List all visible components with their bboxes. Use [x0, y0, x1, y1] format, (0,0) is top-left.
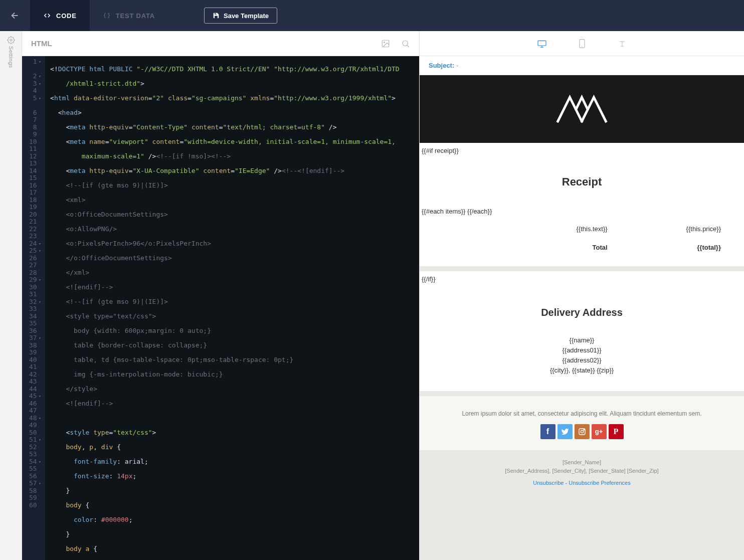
tab-code[interactable]: CODE	[30, 0, 90, 31]
pinterest-icon[interactable]: P	[609, 424, 624, 439]
social-row: f g+ P	[430, 424, 734, 439]
search-icon[interactable]	[401, 39, 410, 48]
device-text[interactable]	[617, 39, 627, 49]
receipt-heading: Receipt	[420, 158, 744, 194]
save-label: Save Template	[224, 12, 269, 20]
sidebar: Settings	[0, 31, 22, 560]
section-gap	[420, 266, 744, 271]
save-icon	[213, 12, 220, 19]
addr-line2: {{address02}}	[420, 355, 744, 365]
addr-line1: {{address01}}	[420, 345, 744, 355]
hb-endif: {{/if}}	[420, 271, 744, 287]
receipt-table: {{this.text}} {{this.price}} Total {{tot…	[420, 219, 744, 266]
instagram-icon[interactable]	[575, 424, 590, 439]
editor-tools	[381, 39, 410, 48]
sender-address: [Sender_Address], [Sender_City], [Sender…	[425, 467, 739, 476]
footer: Lorem ipsum dolor sit amet, consectetur …	[420, 396, 744, 450]
email-preview: {{#if receipt}} Receipt {{#each items}} …	[420, 75, 744, 450]
footer-text: Lorem ipsum dolor sit amet, consectetur …	[430, 410, 734, 417]
editor-pane: HTML 1▾ 2▾3▾4 5▾ 6 7 8 9 10 11 12 13 14 …	[22, 31, 419, 560]
sender-name: [Sender_Name]	[425, 458, 739, 467]
delivery-heading: Delivery Address	[420, 287, 744, 335]
arrow-left-icon	[10, 10, 21, 21]
svg-point-8	[584, 429, 584, 430]
preview-pane: Subject: - {{#if receipt}} Receipt {{#ea…	[419, 31, 744, 560]
svg-rect-4	[538, 41, 546, 46]
table-row-total: Total {{total}}	[421, 239, 743, 265]
googleplus-icon[interactable]: g+	[592, 424, 607, 439]
tab-code-label: CODE	[56, 12, 77, 20]
section-gap	[420, 391, 744, 396]
twitter-icon[interactable]	[557, 424, 573, 439]
delivery-address: {{name}} {{address01}} {{address02}} {{c…	[420, 335, 744, 391]
facebook-icon[interactable]: f	[540, 424, 555, 439]
hb-each: {{#each items}} {{/each}}	[420, 194, 744, 219]
item-text: {{this.text}}	[421, 220, 630, 238]
save-button[interactable]: Save Template	[204, 8, 277, 24]
unsubscribe-prefs-link[interactable]: Unsubscribe Preferences	[569, 480, 631, 486]
unsub-sep: -	[564, 480, 569, 486]
preview-device-toolbar	[420, 31, 744, 56]
hb-if: {{#if receipt}}	[420, 143, 744, 158]
subject-bar: Subject: -	[420, 56, 744, 75]
total-value: {{total}}	[631, 239, 743, 265]
hero-logo	[420, 75, 744, 143]
preview-body[interactable]: {{#if receipt}} Receipt {{#each items}} …	[420, 75, 744, 560]
item-price: {{this.price}}	[631, 220, 743, 238]
image-icon[interactable]	[381, 39, 390, 48]
gear-icon[interactable]	[7, 36, 15, 44]
code-icon	[43, 12, 51, 19]
sender-info: [Sender_Name] [Sender_Address], [Sender_…	[420, 450, 744, 478]
unsubscribe-row: Unsubscribe - Unsubscribe Preferences	[420, 478, 744, 492]
tab-test-data[interactable]: TEST DATA	[90, 0, 168, 31]
table-row: {{this.text}} {{this.price}}	[421, 220, 743, 238]
svg-point-3	[403, 41, 408, 46]
line-gutter: 1▾ 2▾3▾4 5▾ 6 7 8 9 10 11 12 13 14 15 16…	[22, 56, 45, 560]
svg-point-0	[10, 39, 12, 41]
code-content[interactable]: <!DOCTYPE html PUBLIC "-//W3C//DTD XHTML…	[45, 56, 419, 560]
workspace: Settings HTML 1▾ 2▾3▾4 5▾ 6 7 8 9 10 11 …	[0, 31, 744, 560]
editor-label: HTML	[31, 39, 52, 48]
code-editor[interactable]: 1▾ 2▾3▾4 5▾ 6 7 8 9 10 11 12 13 14 15 16…	[22, 56, 419, 560]
svg-point-2	[384, 42, 385, 43]
topbar: CODE TEST DATA Save Template	[0, 0, 744, 31]
editor-header: HTML	[22, 31, 419, 56]
total-label: Total	[421, 239, 630, 265]
back-button[interactable]	[0, 0, 30, 31]
sidebar-settings-label[interactable]: Settings	[8, 46, 14, 68]
subject-value: -	[456, 62, 458, 69]
addr-city: {{city}}, {{state}} {{zip}}	[420, 365, 744, 376]
braces-icon	[103, 12, 111, 19]
unsubscribe-link[interactable]: Unsubscribe	[533, 480, 564, 486]
addr-name: {{name}}	[420, 335, 744, 345]
device-desktop[interactable]	[537, 39, 547, 49]
subject-label: Subject:	[429, 62, 454, 69]
tab-testdata-label: TEST DATA	[116, 12, 155, 20]
logo-icon	[553, 92, 611, 127]
device-mobile[interactable]	[577, 39, 587, 49]
svg-point-7	[581, 430, 583, 433]
